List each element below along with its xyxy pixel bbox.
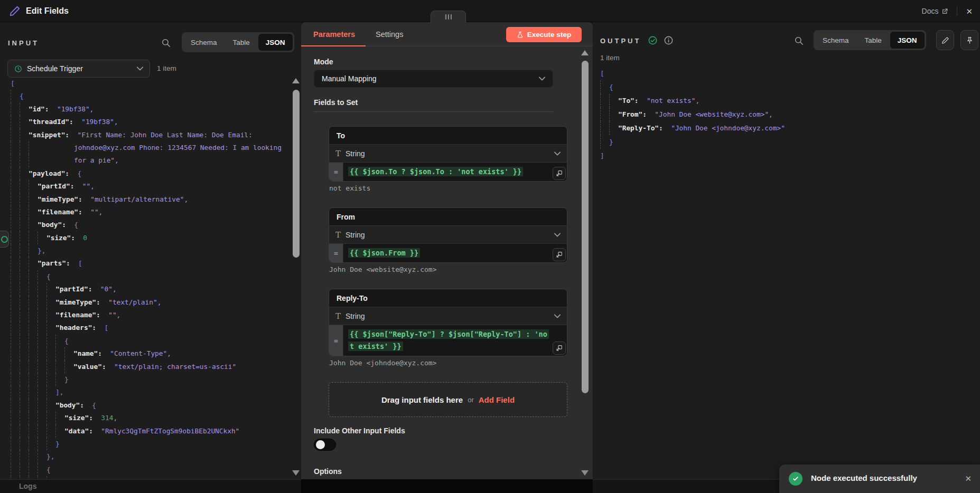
output-tab-schema[interactable]: Schema [815, 32, 856, 49]
toggle-knob [316, 440, 325, 449]
field-header[interactable]: To [329, 127, 567, 145]
field-type-select[interactable]: T String [329, 307, 567, 325]
expand-expression-button[interactable] [553, 167, 566, 180]
field-type-value: String [346, 312, 365, 320]
code-line: { [0, 270, 290, 283]
info-icon[interactable] [664, 35, 674, 48]
params-scrollbar-thumb[interactable] [582, 61, 589, 393]
execute-step-label: Execute step [527, 31, 571, 39]
chevron-down-icon [554, 233, 561, 237]
tab-parameters[interactable]: Parameters [313, 30, 355, 39]
field-type-select[interactable]: T String [329, 145, 567, 163]
clock-icon [14, 65, 22, 73]
expression-result-preview: John Doe <johndoe@xyz.com> [329, 359, 567, 367]
code-line: { [0, 335, 290, 347]
field-expression-input[interactable]: = {{ $json["Reply-To"] ? $json["Reply-To… [329, 325, 567, 356]
expression-text[interactable]: {{ $json.From }} [343, 244, 437, 262]
input-scrollbar-thumb[interactable] [293, 90, 300, 258]
input-json-view[interactable]: [{"id": "19bf38","threadId": "19bf38","s… [0, 77, 290, 479]
field-expression-input[interactable]: = {{ $json.From }} [329, 244, 567, 262]
output-panel: OUTPUT Schema Table JSON 1 item [{"To": … [593, 22, 980, 493]
code-line: { [593, 80, 973, 94]
mode-label: Mode [314, 58, 333, 66]
code-line: "mimeType": "multipart/alternative", [0, 193, 290, 206]
drop-zone-or: or [468, 396, 474, 404]
open-editor-icon [556, 251, 563, 258]
expand-expression-button[interactable] [553, 342, 566, 355]
expression-text[interactable]: {{ $json.To ? $json.To : 'not exists' }} [343, 163, 540, 181]
code-line: }, [0, 450, 290, 463]
fields-list: To T String = {{ $json.To ? $json.To : '… [329, 126, 567, 417]
field-card: To T String = {{ $json.To ? $json.To : '… [329, 126, 567, 182]
input-view-tabs: Schema Table JSON [182, 32, 294, 52]
external-link-icon [941, 8, 948, 15]
edit-output-button[interactable] [936, 30, 954, 50]
parameters-tabs-row: Parameters Settings Execute step [301, 22, 593, 46]
output-tab-json[interactable]: JSON [890, 32, 925, 49]
add-field-button[interactable]: Add Field [479, 395, 515, 404]
panel-resize-handle[interactable] [431, 11, 466, 23]
input-scroll-down-arrow[interactable] [292, 470, 300, 476]
field-header[interactable]: From [329, 208, 567, 226]
tab-settings[interactable]: Settings [376, 30, 403, 39]
output-tab-table[interactable]: Table [857, 32, 889, 49]
input-search-icon[interactable] [161, 38, 171, 50]
drop-zone[interactable]: Drag input fields here or Add Field [329, 382, 567, 417]
input-panel-title: INPUT [8, 39, 39, 47]
code-line: "partId": "0", [0, 283, 290, 296]
output-items-count: 1 item [600, 54, 620, 62]
field-type-value: String [346, 149, 365, 158]
expression-text[interactable]: {{ $json["Reply-To"] ? $json["Reply-To"]… [343, 325, 566, 356]
input-tab-schema[interactable]: Schema [183, 34, 225, 51]
input-tab-table[interactable]: Table [226, 34, 257, 51]
logs-toggle[interactable]: Logs [19, 482, 36, 490]
field-type-select[interactable]: T String [329, 226, 567, 244]
success-toast: Node executed successfully ✕ [779, 464, 980, 493]
code-line: ], [0, 386, 290, 399]
expression-equals-gutter: = [329, 325, 343, 356]
edit-fields-modal: Edit Fields Docs ✕ INPUT Schema Table JS… [0, 0, 980, 493]
toast-close-icon[interactable]: ✕ [965, 475, 972, 482]
edit-fields-node-icon [9, 5, 21, 19]
page-title: Edit Fields [26, 6, 69, 16]
code-line: "data": "Rmlyc3QgTmFtZTogSm9obiBEb2UNCkx… [0, 425, 290, 438]
mode-value: Manual Mapping [322, 74, 377, 83]
code-line: "headers": [ [0, 321, 290, 334]
output-view-tabs: Schema Table JSON [814, 30, 926, 50]
input-scroll-up-arrow[interactable] [292, 78, 300, 83]
code-line: [ [593, 67, 973, 80]
close-icon[interactable]: ✕ [966, 7, 973, 15]
fields-to-set-label: Fields to Set [314, 98, 358, 107]
code-line: } [593, 135, 973, 149]
string-type-icon: T [335, 230, 341, 240]
code-line: "id": "19bf38", [0, 103, 290, 116]
input-source-select[interactable]: Schedule Trigger [7, 60, 150, 78]
pin-data-button[interactable] [960, 30, 978, 50]
mode-select[interactable]: Manual Mapping [314, 70, 553, 88]
field-expression-input[interactable]: = {{ $json.To ? $json.To : 'not exists' … [329, 163, 567, 181]
toast-message: Node executed successfully [811, 473, 917, 482]
input-tab-json[interactable]: JSON [258, 34, 293, 51]
field-header[interactable]: Reply-To [329, 289, 567, 307]
field-name: Reply-To [337, 294, 368, 302]
execute-step-button[interactable]: Execute step [506, 27, 582, 42]
include-other-toggle[interactable] [314, 439, 336, 451]
toast-check-icon [789, 472, 802, 486]
parameters-panel: Parameters Settings Execute step Mode Ma… [301, 22, 593, 493]
input-items-count: 1 item [157, 64, 176, 72]
expand-expression-button[interactable] [553, 248, 566, 261]
open-editor-icon [556, 345, 563, 352]
code-line: "snippet": "First Name: John Doe Last Na… [0, 129, 290, 141]
code-line: "size": 314, [0, 412, 290, 424]
drop-zone-label: Drag input fields here [381, 395, 463, 404]
params-scroll-down-arrow[interactable] [581, 470, 589, 476]
code-line: "filename": "", [0, 309, 290, 321]
code-line: "partId": "", [0, 180, 290, 193]
docs-link[interactable]: Docs [922, 7, 949, 15]
code-line: }, [0, 244, 290, 257]
params-scroll-up-arrow[interactable] [581, 50, 589, 55]
output-search-icon[interactable] [794, 36, 804, 48]
output-json-view[interactable]: [{"To": "not exists","From": "John Doe <… [593, 67, 973, 330]
output-panel-title: OUTPUT [600, 37, 641, 45]
input-connector [0, 231, 9, 248]
